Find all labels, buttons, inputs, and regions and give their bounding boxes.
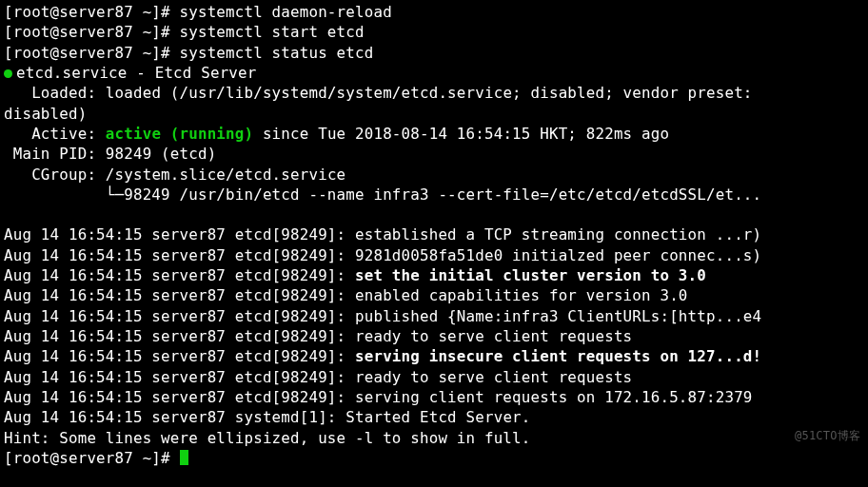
loaded-line: Loaded: loaded (/usr/lib/systemd/system/… [4, 83, 868, 103]
active-state: active (running) [106, 125, 253, 143]
prompt: [root@server87 ~]# [4, 449, 180, 467]
log-prefix: Aug 14 16:54:15 server87 etcd[98249]: [4, 388, 355, 406]
log-msg: serving client requests on 172.16.5.87:2… [355, 388, 753, 406]
prompt: [root@server87 ~]# [4, 3, 180, 21]
service-desc: Etcd Server [155, 64, 257, 82]
log-prefix: Aug 14 16:54:15 server87 etcd[98249]: [4, 327, 355, 345]
log-prefix: Aug 14 16:54:15 server87 etcd[98249]: [4, 225, 355, 244]
loaded-wrap: disabled) [4, 104, 868, 124]
prompt-line-1: [root@server87 ~]# systemctl daemon-relo… [4, 2, 868, 22]
active-line: Active: active (running) since Tue 2018-… [4, 124, 868, 144]
log-msg: set the initial cluster version to 3.0 [355, 266, 706, 284]
log-prefix: Aug 14 16:54:15 server87 etcd[98249]: [4, 266, 355, 284]
loaded-label: Loaded: [4, 84, 106, 102]
log-line: Aug 14 16:54:15 server87 etcd[98249]: se… [4, 346, 868, 366]
cgroup-child-value: └─98249 /usr/bin/etcd --name infra3 --ce… [4, 185, 761, 204]
active-rest: since Tue 2018-08-14 16:54:15 HKT; 822ms… [253, 125, 669, 143]
log-prefix: Aug 14 16:54:15 server87 systemd[1]: [4, 408, 345, 426]
log-msg: enabled capabilities for version 3.0 [355, 286, 688, 304]
log-line: Aug 14 16:54:15 server87 etcd[98249]: se… [4, 265, 868, 285]
log-line: Aug 14 16:54:15 server87 etcd[98249]: se… [4, 387, 868, 407]
log-msg: published {Name:infra3 ClientURLs:[http.… [355, 307, 761, 325]
cgroup-value: /system.slice/etcd.service [106, 166, 345, 184]
log-msg: serving insecure client requests on 127.… [355, 347, 761, 365]
prompt-line-final[interactable]: [root@server87 ~]# [4, 448, 868, 468]
log-prefix: Aug 14 16:54:15 server87 etcd[98249]: [4, 307, 355, 325]
mainpid-value: 98249 (etcd) [106, 145, 217, 163]
log-line: Aug 14 16:54:15 server87 etcd[98249]: re… [4, 367, 868, 387]
log-msg: Started Etcd Server. [345, 408, 530, 426]
log-line: Aug 14 16:54:15 server87 etcd[98249]: 92… [4, 245, 868, 265]
log-prefix: Aug 14 16:54:15 server87 etcd[98249]: [4, 347, 355, 365]
service-name: etcd.service [16, 64, 128, 82]
mainpid-line: Main PID: 98249 (etcd) [4, 144, 868, 164]
log-line: Aug 14 16:54:15 server87 etcd[98249]: re… [4, 326, 868, 346]
log-msg: 9281d0058fa51de0 initialzed peer connec.… [355, 246, 761, 264]
log-msg: ready to serve client requests [355, 368, 632, 386]
prompt-line-2: [root@server87 ~]# systemctl start etcd [4, 22, 868, 42]
mainpid-label: Main PID: [4, 145, 106, 163]
blank-line [4, 205, 868, 224]
prompt: [root@server87 ~]# [4, 44, 180, 62]
prompt: [root@server87 ~]# [4, 23, 180, 41]
log-msg: ready to serve client requests [355, 327, 632, 345]
command: systemctl status etcd [180, 44, 374, 62]
log-line: Aug 14 16:54:15 server87 etcd[98249]: es… [4, 224, 868, 244]
service-header: etcd.service - Etcd Server [4, 63, 868, 83]
cgroup-label: CGroup: [4, 166, 106, 184]
cgroup-line: CGroup: /system.slice/etcd.service [4, 165, 868, 185]
hint-text: Hint: Some lines were ellipsized, use -l… [4, 429, 531, 447]
cgroup-child: └─98249 /usr/bin/etcd --name infra3 --ce… [4, 185, 868, 205]
log-prefix: Aug 14 16:54:15 server87 etcd[98249]: [4, 286, 355, 304]
loaded-value: loaded (/usr/lib/systemd/system/etcd.ser… [106, 84, 753, 102]
cursor-icon [180, 450, 188, 465]
command: systemctl start etcd [180, 23, 365, 41]
status-dot-icon [4, 69, 12, 78]
terminal[interactable]: [root@server87 ~]# systemctl daemon-relo… [0, 0, 868, 468]
prompt-line-3: [root@server87 ~]# systemctl status etcd [4, 43, 868, 63]
loaded-wrap-value: disabled) [4, 105, 87, 123]
log-line: Aug 14 16:54:15 server87 systemd[1]: Sta… [4, 407, 868, 427]
command: systemctl daemon-reload [180, 3, 392, 21]
hint-line: Hint: Some lines were ellipsized, use -l… [4, 428, 868, 448]
log-prefix: Aug 14 16:54:15 server87 etcd[98249]: [4, 368, 355, 386]
log-prefix: Aug 14 16:54:15 server87 etcd[98249]: [4, 246, 355, 264]
log-line: Aug 14 16:54:15 server87 etcd[98249]: pu… [4, 306, 868, 326]
active-label: Active: [4, 125, 106, 143]
log-line: Aug 14 16:54:15 server87 etcd[98249]: en… [4, 285, 868, 305]
log-msg: established a TCP streaming connection .… [355, 225, 761, 244]
